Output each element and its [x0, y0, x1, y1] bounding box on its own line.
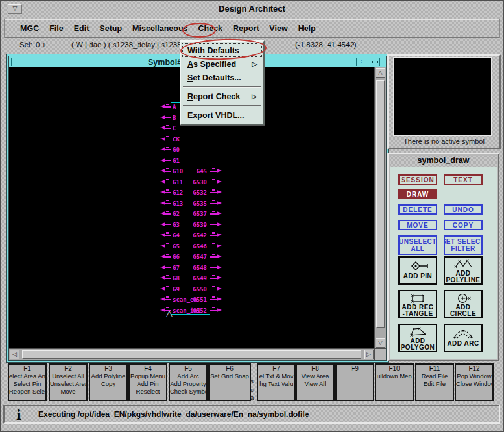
- scroll-right-icon[interactable]: ▷: [364, 350, 374, 359]
- copy-button[interactable]: COPY: [444, 220, 483, 230]
- fkey-action-label: View Area: [297, 372, 333, 380]
- message-bar: i Executing /opt/idea_EN/pkgs/vhdlwrite_…: [3, 405, 500, 424]
- horizontal-scrollbar-thumb[interactable]: [22, 350, 361, 359]
- fkey-f2[interactable]: F2Unselect AllUnselect AreaMove: [49, 363, 88, 401]
- pin-right-g548[interactable]: G548: [164, 265, 226, 271]
- fkey-action-label: Unselect Area: [50, 380, 86, 388]
- fkey-f5[interactable]: F5Add ArcAdd PropertyCheck Symbo: [169, 363, 208, 401]
- menu-item-check[interactable]: Check: [198, 24, 223, 33]
- pin-label: G546: [164, 243, 207, 250]
- maximize-square-icon: [372, 60, 378, 64]
- check-menu-item-export-vhdl[interactable]: Export VHDL...: [182, 108, 262, 122]
- fkey-f10[interactable]: F10ulldown Men: [375, 363, 414, 401]
- pin-label: G551: [164, 296, 207, 303]
- pin-right-g537[interactable]: G537: [164, 211, 226, 217]
- symbol-window-maximize-icon[interactable]: [370, 58, 380, 66]
- menu-item-edit[interactable]: Edit: [74, 24, 90, 33]
- fkey-f12[interactable]: F12Pop WindowClose Window: [455, 363, 494, 401]
- symbol-window-menu-icon[interactable]: [11, 58, 25, 66]
- fkey-f1[interactable]: F1elect Area AnSelect PinReopen Selec: [8, 363, 47, 401]
- pin-right-g532[interactable]: G532: [164, 189, 226, 196]
- menu-item-mgc[interactable]: MGC: [20, 24, 39, 33]
- pin-right-g530[interactable]: G530: [164, 179, 226, 186]
- submenu-arrow-icon: ▷: [252, 93, 257, 100]
- scroll-left-icon[interactable]: ◁: [10, 350, 19, 359]
- undo-button[interactable]: UNDO: [444, 204, 483, 215]
- pin-left-ck[interactable]: CK: [160, 136, 222, 143]
- scroll-down-icon[interactable]: ▽: [376, 338, 385, 348]
- check-menu-item-with-defaults[interactable]: With Defaults: [182, 43, 262, 57]
- pin-right-g549[interactable]: G549: [164, 275, 226, 282]
- pin-right-g45[interactable]: G45: [164, 168, 226, 174]
- pin-arrow-icon: [217, 287, 222, 291]
- delete-button[interactable]: DELETE: [398, 204, 437, 215]
- add-polygon-button[interactable]: ADD POLYGON: [398, 324, 437, 352]
- check-menu-item-set-defaults[interactable]: Set Defaults...: [182, 71, 262, 84]
- menu-item-miscellaneous[interactable]: Miscellaneous: [132, 24, 187, 33]
- fkey-f7[interactable]: F7el Txt & Movhg Text Valu: [257, 363, 296, 401]
- pin-tick: [166, 104, 169, 105]
- pin-right-g542[interactable]: G542: [164, 232, 226, 239]
- move-button[interactable]: MOVE: [398, 220, 437, 230]
- button-label: FILTER: [451, 245, 475, 252]
- vertical-scrollbar-thumb[interactable]: [376, 80, 385, 328]
- add-rectangle-icon: [406, 293, 429, 304]
- add-pin-button[interactable]: ADD PIN: [398, 256, 437, 285]
- fkey-f9[interactable]: F9: [335, 363, 374, 401]
- add-arc-button[interactable]: ADD ARC: [444, 324, 483, 352]
- fkey-f11[interactable]: F11Read FileEdit File: [415, 363, 454, 401]
- pin-left-g1[interactable]: G1: [160, 158, 222, 164]
- fkey-action-label: Add Polyline: [90, 372, 126, 380]
- fkey-action-label: Add Pin: [130, 380, 166, 388]
- text-button[interactable]: TEXT: [444, 174, 483, 185]
- add-circle-button[interactable]: ADD CIRCLE: [444, 290, 483, 318]
- main-titlebar[interactable]: ▽ Design Architect: [2, 2, 502, 15]
- vertical-scrollbar[interactable]: △ ▽: [374, 67, 386, 348]
- session-button[interactable]: SESSION: [398, 174, 437, 185]
- fkey-name: F10: [376, 365, 413, 372]
- fkey-action-label: Unselect All: [50, 372, 86, 380]
- scroll-up-icon[interactable]: △: [376, 68, 385, 78]
- add-polyline-button[interactable]: ADD POLYLINE: [444, 256, 483, 285]
- horizontal-scrollbar[interactable]: ◁ ▷: [9, 348, 374, 360]
- pin-left-c[interactable]: C: [160, 125, 222, 132]
- fkey-f8[interactable]: F8View AreaView All: [296, 363, 335, 401]
- pin-label: G539: [164, 222, 207, 228]
- pin-stub: [163, 139, 171, 140]
- check-menu: With DefaultsAs Specified▷Set Defaults..…: [180, 40, 265, 125]
- add-rectangle-button[interactable]: ADD REC -TANGLE: [398, 290, 437, 318]
- draw-button[interactable]: DRAW: [398, 189, 437, 199]
- unselect-all-button[interactable]: UNSELECT ALL: [398, 235, 437, 255]
- pin-label: B: [173, 115, 176, 121]
- pin-right-g547[interactable]: G547: [164, 254, 226, 260]
- fkey-f6[interactable]: F6Set Grid Snap: [208, 363, 251, 401]
- menu-item-file[interactable]: File: [49, 24, 64, 33]
- fkey-f3[interactable]: F3Add PolylineCopy: [89, 363, 128, 401]
- pin-right-g539[interactable]: G539: [164, 222, 226, 228]
- symbol-preview-box: [393, 57, 492, 136]
- pin-label: G537: [164, 211, 207, 217]
- menu-item-report[interactable]: Report: [233, 24, 259, 33]
- menu-item-view[interactable]: View: [269, 24, 287, 33]
- pin-right-g535[interactable]: G535: [164, 200, 226, 207]
- menu-item-setup[interactable]: Setup: [99, 24, 122, 33]
- pin-tick: [166, 125, 169, 126]
- check-menu-item-report-check[interactable]: Report Check▷: [182, 90, 262, 103]
- check-menu-item-as-specified[interactable]: As Specified▷: [182, 57, 262, 71]
- pin-right-g551[interactable]: G551: [164, 296, 226, 303]
- set-select-filter-button[interactable]: SET SELECT FILTER: [444, 235, 483, 255]
- fkey-action-label: Reselect: [130, 388, 166, 396]
- pin-label: G552: [164, 307, 207, 314]
- pin-left-g0[interactable]: G0: [160, 147, 222, 153]
- button-label: ADD PIN: [403, 273, 433, 280]
- menu-separator: [183, 86, 261, 88]
- menu-item-help[interactable]: Help: [298, 24, 316, 33]
- pin-right-g552[interactable]: G552: [164, 307, 226, 314]
- fkey-f4[interactable]: F4Popup MenuAdd PinReselect: [128, 363, 167, 401]
- fkey-action-label: Set Grid Snap: [210, 372, 250, 380]
- pin-right-g546[interactable]: G546: [164, 243, 226, 250]
- menu-item-label: Set Defaults...: [187, 73, 241, 82]
- pin-right-g550[interactable]: G550: [164, 286, 226, 293]
- fkey-action-label: Add Arc: [170, 372, 206, 380]
- symbol-window-minimize-icon[interactable]: :: [356, 58, 366, 66]
